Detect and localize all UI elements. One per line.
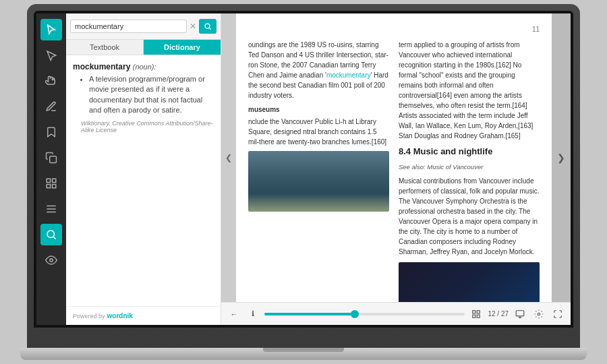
- list-icon[interactable]: [40, 198, 62, 220]
- ocr-icon[interactable]: [40, 173, 62, 194]
- svg-point-11: [205, 24, 210, 28]
- svg-rect-16: [478, 315, 480, 317]
- dictionary-definition: A television programme/program or movie …: [81, 74, 214, 116]
- section-heading: 8.4 Music and nightlife: [399, 145, 540, 158]
- cursor-icon[interactable]: [40, 19, 62, 40]
- page-nav-left[interactable]: ❮: [221, 13, 236, 302]
- fullscreen-button[interactable]: [550, 307, 565, 322]
- dictionary-source: Wiktionary, Creative Commons Attribution…: [81, 120, 214, 133]
- page-number: 11: [248, 24, 540, 34]
- svg-rect-3: [47, 185, 50, 188]
- search-toolbar-icon[interactable]: [40, 224, 62, 245]
- svg-rect-14: [478, 310, 480, 313]
- dictionary-word: mockumentary (noun):: [73, 62, 214, 71]
- progress-fill: [264, 313, 355, 315]
- nightlife-image: [399, 262, 540, 302]
- laptop-screen: ✕ Textbook Dictionary: [27, 4, 580, 348]
- pencil-icon[interactable]: [40, 96, 62, 117]
- search-button[interactable]: [199, 19, 216, 34]
- page-container: ❮ 11 oundings are the 1989 US ro-usins, …: [221, 13, 571, 302]
- search-clear-button[interactable]: ✕: [190, 22, 196, 31]
- book-page: 11 oundings are the 1989 US ro-usins, st…: [236, 13, 552, 302]
- progress-bar[interactable]: [264, 313, 465, 315]
- powered-by: Powered by wordnik: [66, 306, 221, 325]
- tab-dictionary[interactable]: Dictionary: [144, 40, 221, 55]
- left-toolbar: [36, 13, 66, 325]
- page-count: 12 / 27: [488, 310, 509, 317]
- section-text: Musical contributions from Vancouver inc…: [399, 176, 540, 257]
- screen-bezel: ✕ Textbook Dictionary: [34, 11, 573, 328]
- search-input[interactable]: [70, 20, 187, 33]
- svg-point-8: [47, 231, 55, 238]
- info-button[interactable]: ℹ: [245, 307, 260, 322]
- layout-button[interactable]: [513, 307, 527, 322]
- svg-line-12: [209, 28, 210, 29]
- wordnik-logo: wordnik: [107, 312, 133, 320]
- svg-line-9: [53, 237, 55, 239]
- eye-icon[interactable]: [40, 249, 62, 271]
- tab-bar: Textbook Dictionary: [66, 40, 221, 55]
- svg-rect-15: [473, 315, 475, 317]
- two-column-layout: oundings are the 1989 US ro-usins, starr…: [248, 40, 540, 302]
- copy-icon[interactable]: [40, 147, 62, 169]
- dictionary-panel: ✕ Textbook Dictionary: [66, 13, 221, 325]
- book-area: ❮ 11 oundings are the 1989 US ro-usins, …: [221, 13, 571, 325]
- bottom-toolbar: ← ℹ 12 / 27: [221, 302, 571, 325]
- screen-content: ✕ Textbook Dictionary: [36, 13, 571, 325]
- svg-point-10: [50, 259, 53, 262]
- svg-point-20: [538, 313, 540, 315]
- grid-view-button[interactable]: [469, 307, 484, 322]
- laptop-base: [20, 348, 587, 360]
- pointer-icon[interactable]: [40, 44, 62, 66]
- svg-rect-4: [53, 185, 56, 188]
- right-column: term applied to a grouping of artists fr…: [399, 40, 540, 302]
- page-nav-right[interactable]: ❯: [552, 13, 571, 302]
- back-button[interactable]: ←: [227, 307, 241, 322]
- see-also: See also: Music of Vancouver: [399, 162, 540, 172]
- svg-rect-0: [50, 156, 57, 163]
- right-column-top-text: term applied to a grouping of artists fr…: [399, 40, 540, 141]
- svg-rect-2: [53, 179, 56, 182]
- left-column: oundings are the 1989 US ro-usins, starr…: [248, 40, 389, 302]
- search-bar: ✕: [66, 13, 221, 40]
- settings-button[interactable]: [531, 307, 546, 322]
- svg-rect-13: [473, 310, 475, 313]
- tab-textbook[interactable]: Textbook: [66, 40, 144, 55]
- bookmark-icon[interactable]: [40, 121, 62, 143]
- svg-rect-1: [47, 179, 50, 182]
- dictionary-content: mockumentary (noun): A television progra…: [66, 55, 221, 306]
- city-image: [248, 151, 389, 212]
- svg-rect-17: [516, 310, 524, 315]
- hand-icon[interactable]: [40, 70, 62, 92]
- progress-dot: [351, 310, 359, 318]
- museums-heading: museums: [248, 104, 389, 115]
- laptop-notch: [263, 348, 344, 352]
- museums-text: nclude the Vancouver Public Li-h at Libr…: [248, 117, 389, 147]
